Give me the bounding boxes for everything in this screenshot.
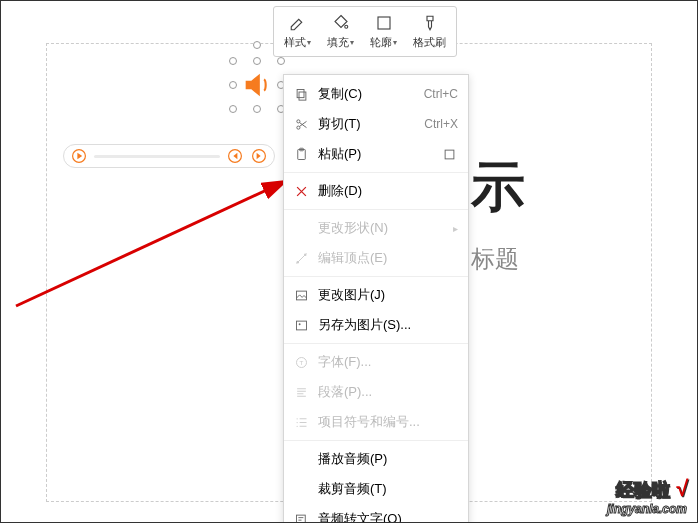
list-icon [292, 413, 310, 431]
menu-label: 另存为图片(S)... [318, 316, 458, 334]
submenu-arrow-icon: ▸ [453, 223, 458, 234]
svg-point-21 [296, 421, 297, 422]
menu-font: T 字体(F)... [284, 347, 468, 377]
pencil-icon [288, 13, 308, 33]
svg-rect-6 [299, 92, 306, 100]
menu-edit-points: 编辑顶点(E) [284, 243, 468, 273]
dropdown-icon: ▾ [393, 38, 397, 47]
menu-separator [284, 209, 468, 210]
svg-point-0 [344, 25, 347, 28]
menu-paragraph: 段落(P)... [284, 377, 468, 407]
menu-separator [284, 343, 468, 344]
svg-point-22 [296, 425, 297, 426]
outline-label: 轮廓 [370, 35, 392, 50]
blank-icon [292, 480, 310, 498]
menu-shortcut: Ctrl+C [424, 87, 458, 101]
forward-icon[interactable] [250, 147, 268, 165]
menu-trim-audio[interactable]: 裁剪音频(T) [284, 474, 468, 504]
copy-icon [292, 85, 310, 103]
svg-rect-1 [378, 17, 390, 29]
menu-label: 项目符号和编号... [318, 413, 458, 431]
menu-bullets-numbering: 项目符号和编号... [284, 407, 468, 437]
menu-change-shape: 更改形状(N) ▸ [284, 213, 468, 243]
svg-rect-12 [445, 150, 454, 159]
slide-title-text: 示 [471, 151, 525, 224]
resize-handle[interactable] [229, 57, 237, 65]
menu-copy[interactable]: 复制(C) Ctrl+C [284, 79, 468, 109]
menu-label: 字体(F)... [318, 353, 458, 371]
resize-handle[interactable] [253, 105, 261, 113]
menu-label: 粘贴(P) [318, 145, 432, 163]
blank-icon [292, 450, 310, 468]
paste-options-icon [440, 145, 458, 163]
menu-label: 复制(C) [318, 85, 416, 103]
watermark-url: jingyanla.com [607, 502, 687, 516]
svg-point-14 [304, 253, 307, 256]
svg-text:T: T [299, 359, 303, 366]
resize-handle[interactable] [229, 105, 237, 113]
edit-points-icon [292, 249, 310, 267]
menu-change-picture[interactable]: 更改图片(J) [284, 280, 468, 310]
menu-play-audio[interactable]: 播放音频(P) [284, 444, 468, 474]
svg-point-20 [296, 418, 297, 419]
menu-label: 剪切(T) [318, 115, 416, 133]
bucket-icon [331, 13, 351, 33]
menu-label: 更改形状(N) [318, 219, 445, 237]
menu-audio-to-text[interactable]: 音频转文字(Q) [284, 504, 468, 523]
fill-button[interactable]: 填充 ▾ [319, 11, 362, 52]
speaker-icon [240, 68, 274, 102]
scissors-icon [292, 115, 310, 133]
svg-rect-23 [296, 515, 305, 523]
svg-point-17 [298, 323, 300, 325]
watermark-text: 经验啦 [616, 480, 670, 500]
audio-player[interactable] [63, 144, 275, 168]
style-button[interactable]: 样式 ▾ [276, 11, 319, 52]
svg-point-8 [296, 126, 299, 129]
menu-paste[interactable]: 粘贴(P) [284, 139, 468, 169]
blank-icon [292, 219, 310, 237]
format-painter-label: 格式刷 [413, 35, 446, 50]
menu-label: 裁剪音频(T) [318, 480, 458, 498]
menu-delete[interactable]: 删除(D) [284, 176, 468, 206]
svg-rect-15 [296, 291, 306, 300]
resize-handle[interactable] [229, 81, 237, 89]
paragraph-icon [292, 383, 310, 401]
dropdown-icon: ▾ [350, 38, 354, 47]
slide-subtitle-text: 标题 [471, 243, 519, 275]
menu-save-as-picture[interactable]: 另存为图片(S)... [284, 310, 468, 340]
rotate-handle[interactable] [253, 41, 261, 49]
dropdown-icon: ▾ [307, 38, 311, 47]
audio-text-icon [292, 510, 310, 523]
save-picture-icon [292, 316, 310, 334]
delete-icon [292, 182, 310, 200]
menu-shortcut: Ctrl+X [424, 117, 458, 131]
picture-icon [292, 286, 310, 304]
watermark: 经验啦 √ jingyanla.com [607, 476, 687, 516]
outline-button[interactable]: 轮廓 ▾ [362, 11, 405, 52]
resize-handle[interactable] [277, 57, 285, 65]
menu-label: 音频转文字(Q) [318, 510, 458, 523]
menu-label: 编辑顶点(E) [318, 249, 458, 267]
svg-point-13 [296, 261, 299, 264]
menu-cut[interactable]: 剪切(T) Ctrl+X [284, 109, 468, 139]
brush-icon [420, 13, 440, 33]
menu-label: 更改图片(J) [318, 286, 458, 304]
format-painter-button[interactable]: 格式刷 [405, 11, 454, 52]
svg-rect-7 [297, 89, 304, 97]
menu-label: 段落(P)... [318, 383, 458, 401]
menu-label: 删除(D) [318, 182, 458, 200]
player-track[interactable] [94, 155, 220, 158]
outline-icon [374, 13, 394, 33]
resize-handle[interactable] [253, 57, 261, 65]
play-icon[interactable] [70, 147, 88, 165]
checkmark-icon: √ [675, 476, 687, 501]
style-label: 样式 [284, 35, 306, 50]
svg-point-9 [296, 119, 299, 122]
audio-object[interactable] [233, 61, 281, 109]
fill-label: 填充 [327, 35, 349, 50]
menu-separator [284, 172, 468, 173]
rewind-icon[interactable] [226, 147, 244, 165]
font-icon: T [292, 353, 310, 371]
floating-format-toolbar: 样式 ▾ 填充 ▾ 轮廓 ▾ 格式刷 [273, 6, 457, 57]
clipboard-icon [292, 145, 310, 163]
